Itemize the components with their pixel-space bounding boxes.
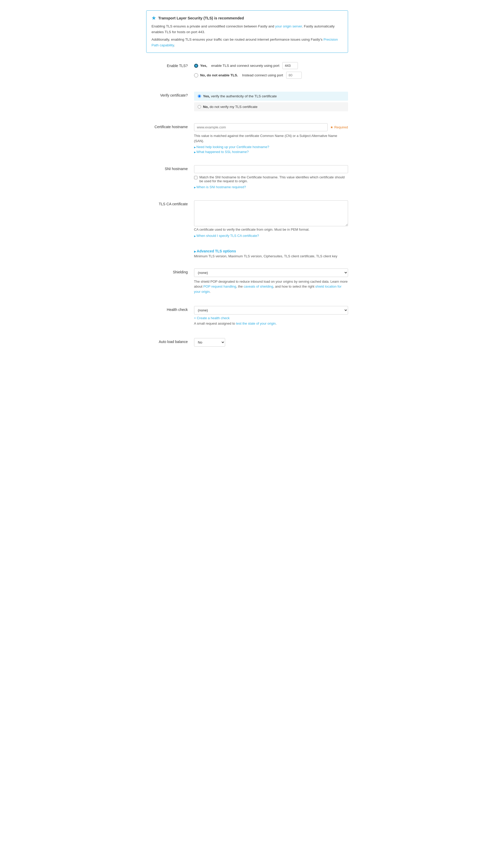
shielding-row: Shielding (none) The shield POP designat…	[146, 268, 348, 296]
tls-ca-cert-textarea[interactable]	[194, 200, 348, 226]
tls-notice: ★ Transport Layer Security (TLS) is reco…	[146, 11, 348, 53]
tls-ca-cert-link[interactable]: When should I specify TLS CA certificate…	[194, 234, 348, 238]
enable-tls-no-option: No, do not enable TLS. Instead connect u…	[194, 72, 348, 79]
tls-ca-cert-content: CA certificate used to verify the certif…	[194, 200, 348, 239]
sni-match-label[interactable]: Match the SNI hostname to the Certificat…	[200, 175, 348, 183]
advanced-tls-content: Advanced TLS options Minimum TLS version…	[194, 249, 338, 258]
health-check-row: Health check (none) + Create a health ch…	[146, 306, 348, 328]
tls-ca-cert-row: TLS CA certificate CA certificate used t…	[146, 200, 348, 239]
enable-tls-row: Enable TLS? Yes, enable TLS and connect …	[146, 62, 348, 81]
cert-hostname-input[interactable]	[194, 123, 328, 131]
enable-tls-yes-radio[interactable]	[194, 64, 198, 68]
enable-tls-content: Yes, enable TLS and connect securely usi…	[194, 62, 348, 81]
caveats-shielding-link[interactable]: caveats of shielding	[244, 284, 273, 288]
tls-notice-p1: Enabling TLS ensures a private and unmod…	[152, 23, 343, 35]
test-state-link[interactable]: test the state of your origin	[236, 322, 276, 325]
pop-request-link[interactable]: POP request handling	[203, 284, 236, 288]
auto-load-balance-row: Auto load balance No Yes	[146, 338, 348, 347]
tls-port-yes-input[interactable]	[282, 62, 298, 69]
verify-cert-no-label[interactable]: No, do not verify my TLS certificate	[198, 105, 344, 109]
sni-hostname-content: Match the SNI hostname to the Certificat…	[194, 165, 348, 190]
verify-cert-row: Verify certificate? Yes, verify the auth…	[146, 92, 348, 113]
create-health-check-link[interactable]: + Create a health check	[194, 316, 230, 320]
health-check-content: (none) + Create a health check A small r…	[194, 306, 348, 328]
verify-cert-label: Verify certificate?	[146, 92, 194, 97]
required-badge: ★Required	[330, 125, 348, 129]
sni-required-link[interactable]: When is SNI hostname required?	[194, 185, 348, 189]
cert-hostname-link1[interactable]: Need help looking up your Certificate ho…	[194, 145, 348, 149]
cert-hostname-help: This value is matched against the certif…	[194, 133, 348, 144]
enable-tls-label: Enable TLS?	[146, 62, 194, 68]
tls-notice-header: ★ Transport Layer Security (TLS) is reco…	[152, 15, 343, 21]
sni-match-checkbox[interactable]	[194, 176, 197, 180]
cert-hostname-input-row: ★Required	[194, 123, 348, 131]
cert-hostname-content: ★Required This value is matched against …	[194, 123, 348, 155]
cert-hostname-link2[interactable]: What happened to SSL hostname?	[194, 150, 348, 154]
tls-notice-p2: Additionally, enabling TLS ensures your …	[152, 37, 343, 48]
auto-load-balance-content: No Yes	[194, 338, 348, 347]
required-star: ★	[330, 125, 333, 129]
verify-cert-no-block: No, do not verify my TLS certificate	[194, 102, 348, 111]
shielding-content: (none) The shield POP designated to redu…	[194, 268, 348, 296]
advanced-tls-toggle[interactable]: Advanced TLS options	[194, 249, 236, 253]
health-check-help: A small request assigned to test the sta…	[194, 321, 348, 326]
shielding-select[interactable]: (none)	[194, 268, 348, 277]
health-check-select[interactable]: (none)	[194, 306, 348, 315]
verify-cert-yes-label[interactable]: Yes, verify the authenticity of the TLS …	[198, 94, 344, 98]
auto-load-balance-select[interactable]: No Yes	[194, 338, 225, 347]
sni-match-checkbox-row: Match the SNI hostname to the Certificat…	[194, 175, 348, 183]
sni-hostname-input[interactable]	[194, 165, 348, 173]
verify-cert-yes-radio[interactable]	[198, 94, 201, 98]
advanced-tls-label-col	[146, 249, 194, 249]
verify-cert-content: Yes, verify the authenticity of the TLS …	[194, 92, 348, 113]
verify-cert-yes-block: Yes, verify the authenticity of the TLS …	[194, 92, 348, 101]
sni-hostname-row: SNI hostname Match the SNI hostname to t…	[146, 165, 348, 190]
origin-server-link[interactable]: your origin server	[275, 24, 302, 28]
tls-notice-title: Transport Layer Security (TLS) is recomm…	[158, 16, 244, 20]
health-check-label: Health check	[146, 306, 194, 312]
sni-hostname-label: SNI hostname	[146, 165, 194, 171]
enable-tls-no-label[interactable]: No, do not enable TLS. Instead connect u…	[200, 72, 302, 79]
shield-icon: ★	[152, 15, 156, 21]
cert-hostname-row: Certificate hostname ★Required This valu…	[146, 123, 348, 155]
enable-tls-yes-label[interactable]: Yes, enable TLS and connect securely usi…	[200, 62, 298, 69]
auto-load-balance-label: Auto load balance	[146, 338, 194, 344]
enable-tls-yes-option: Yes, enable TLS and connect securely usi…	[194, 62, 348, 69]
enable-tls-no-radio[interactable]	[194, 73, 198, 77]
tls-ca-cert-label: TLS CA certificate	[146, 200, 194, 206]
tls-port-no-input[interactable]	[286, 72, 302, 79]
shielding-label: Shielding	[146, 268, 194, 274]
advanced-tls-desc: Minimum TLS version, Maximum TLS version…	[194, 254, 338, 258]
verify-cert-no-radio[interactable]	[198, 105, 201, 109]
tls-ca-cert-help: CA certificate used to verify the certif…	[194, 227, 348, 232]
shielding-help: The shield POP designated to reduce inbo…	[194, 279, 348, 294]
advanced-tls-row: Advanced TLS options Minimum TLS version…	[146, 249, 348, 258]
cert-hostname-label: Certificate hostname	[146, 123, 194, 129]
